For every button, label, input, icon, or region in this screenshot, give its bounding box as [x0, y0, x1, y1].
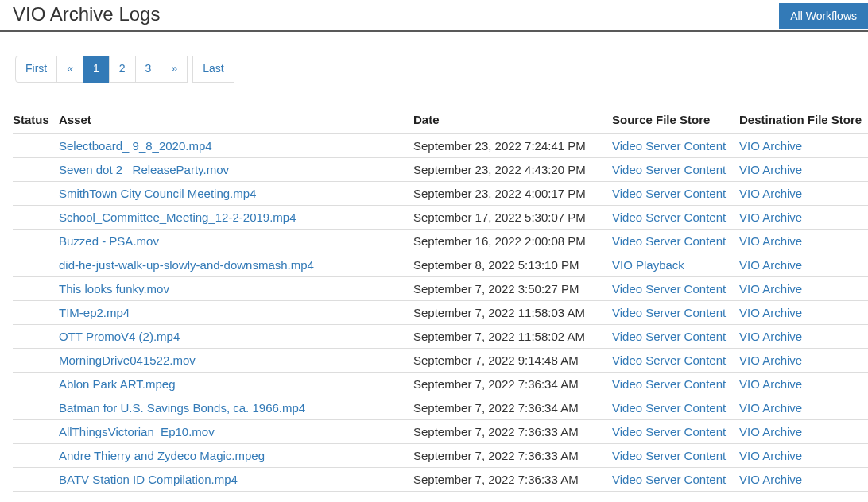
pagination-first[interactable]: First	[15, 56, 57, 83]
source-link[interactable]: Video Server Content	[612, 210, 726, 224]
source-link[interactable]: Video Server Content	[612, 234, 726, 248]
cell-source: Video Server Content	[612, 181, 739, 205]
cell-asset: OTT PromoV4 (2).mp4	[59, 324, 413, 348]
table-row: Andre Thierry and Zydeco Magic.mpegSepte…	[13, 443, 868, 467]
pagination-page-2[interactable]: 2	[109, 56, 136, 83]
column-status[interactable]: Status	[13, 106, 59, 133]
cell-asset: MorningDrive041522.mov	[59, 348, 413, 372]
cell-asset: Seven dot 2 _ReleaseParty.mov	[59, 157, 413, 181]
cell-source: Video Server Content	[612, 443, 739, 467]
pagination-page-3[interactable]: 3	[135, 56, 162, 83]
table-row: BATV Station ID Compilation.mp4September…	[13, 467, 868, 491]
table-row: AllThingsVictorian_Ep10.movSeptember 7, …	[13, 419, 868, 443]
cell-destination: VIO Archive	[739, 443, 868, 467]
pagination-next[interactable]: »	[161, 56, 188, 83]
cell-destination: VIO Archive	[739, 205, 868, 229]
cell-date: September 7, 2022 7:36:33 AM	[413, 443, 612, 467]
source-link[interactable]: Video Server Content	[612, 377, 726, 391]
source-link[interactable]: Video Server Content	[612, 473, 726, 486]
destination-link[interactable]: VIO Archive	[739, 473, 802, 486]
table-row: SmithTown City Council Meeting.mp4Septem…	[13, 181, 868, 205]
source-link[interactable]: Video Server Content	[612, 306, 726, 319]
asset-link[interactable]: MorningDrive041522.mov	[59, 353, 196, 367]
source-link[interactable]: Video Server Content	[612, 187, 726, 200]
destination-link[interactable]: VIO Archive	[739, 449, 802, 462]
cell-status	[13, 419, 59, 443]
cell-destination: VIO Archive	[739, 229, 868, 253]
cell-status	[13, 467, 59, 491]
column-asset[interactable]: Asset	[59, 106, 413, 133]
cell-date: September 7, 2022 7:36:33 AM	[413, 467, 612, 491]
source-link[interactable]: Video Server Content	[612, 330, 726, 343]
cell-status	[13, 300, 59, 324]
cell-date: September 7, 2022 7:36:34 AM	[413, 396, 612, 419]
cell-asset: BATV Station ID Compilation.mp4	[59, 467, 413, 491]
destination-link[interactable]: VIO Archive	[739, 187, 802, 200]
asset-link[interactable]: AllThingsVictorian_Ep10.mov	[59, 425, 215, 438]
source-link[interactable]: Video Server Content	[612, 425, 726, 438]
asset-link[interactable]: SmithTown City Council Meeting.mp4	[59, 187, 256, 200]
source-link[interactable]: VIO Playback	[612, 258, 684, 272]
cell-asset: Batman for U.S. Savings Bonds, ca. 1966.…	[59, 396, 413, 419]
asset-link[interactable]: did-he-just-walk-up-slowly-and-downsmash…	[59, 258, 314, 272]
source-link[interactable]: Video Server Content	[612, 282, 726, 295]
table-row: Seven dot 2 _ReleaseParty.movSeptember 2…	[13, 157, 868, 181]
destination-link[interactable]: VIO Archive	[739, 377, 802, 391]
cell-source: Video Server Content	[612, 324, 739, 348]
destination-link[interactable]: VIO Archive	[739, 306, 802, 319]
source-link[interactable]: Video Server Content	[612, 163, 726, 176]
cell-asset: Selectboard_ 9_8_2020.mp4	[59, 133, 413, 158]
cell-asset: Buzzed - PSA.mov	[59, 229, 413, 253]
pagination-prev[interactable]: «	[56, 56, 83, 83]
pagination-page-1: 1	[83, 56, 110, 83]
destination-link[interactable]: VIO Archive	[739, 163, 802, 176]
pagination-last[interactable]: Last	[192, 56, 234, 83]
cell-destination: VIO Archive	[739, 253, 868, 276]
asset-link[interactable]: BATV Station ID Compilation.mp4	[59, 473, 238, 486]
asset-link[interactable]: Seven dot 2 _ReleaseParty.mov	[59, 163, 229, 176]
source-link[interactable]: Video Server Content	[612, 353, 726, 367]
cell-source: Video Server Content	[612, 467, 739, 491]
destination-link[interactable]: VIO Archive	[739, 425, 802, 438]
cell-status	[13, 133, 59, 158]
destination-link[interactable]: VIO Archive	[739, 282, 802, 295]
destination-link[interactable]: VIO Archive	[739, 401, 802, 415]
destination-link[interactable]: VIO Archive	[739, 210, 802, 224]
asset-link[interactable]: Andre Thierry and Zydeco Magic.mpeg	[59, 449, 265, 462]
destination-link[interactable]: VIO Archive	[739, 353, 802, 367]
asset-link[interactable]: OTT PromoV4 (2).mp4	[59, 330, 180, 343]
cell-date: September 7, 2022 11:58:03 AM	[413, 300, 612, 324]
asset-link[interactable]: School_Committee_Meeting_12-2-2019.mp4	[59, 210, 296, 224]
cell-status	[13, 205, 59, 229]
column-date[interactable]: Date	[413, 106, 612, 133]
cell-date: September 7, 2022 3:50:27 PM	[413, 276, 612, 300]
destination-link[interactable]: VIO Archive	[739, 234, 802, 248]
cell-source: Video Server Content	[612, 372, 739, 396]
asset-link[interactable]: Buzzed - PSA.mov	[59, 234, 159, 248]
cell-destination: VIO Archive	[739, 133, 868, 158]
asset-link[interactable]: This looks funky.mov	[59, 282, 169, 295]
all-workflows-button[interactable]: All Workflows	[779, 3, 868, 29]
source-link[interactable]: Video Server Content	[612, 139, 726, 153]
asset-link[interactable]: Ablon Park ART.mpeg	[59, 377, 175, 391]
destination-link[interactable]: VIO Archive	[739, 258, 802, 272]
cell-status	[13, 396, 59, 419]
destination-link[interactable]: VIO Archive	[739, 330, 802, 343]
cell-destination: VIO Archive	[739, 372, 868, 396]
cell-date: September 7, 2022 9:14:48 AM	[413, 348, 612, 372]
cell-date: September 23, 2022 7:24:41 PM	[413, 133, 612, 158]
source-link[interactable]: Video Server Content	[612, 449, 726, 462]
cell-date: September 7, 2022 11:58:02 AM	[413, 324, 612, 348]
cell-asset: This looks funky.mov	[59, 276, 413, 300]
asset-link[interactable]: Selectboard_ 9_8_2020.mp4	[59, 139, 212, 153]
cell-status	[13, 443, 59, 467]
archive-logs-table: Status Asset Date Source File Store Dest…	[13, 106, 868, 492]
asset-link[interactable]: Batman for U.S. Savings Bonds, ca. 1966.…	[59, 401, 305, 415]
column-source[interactable]: Source File Store	[612, 106, 739, 133]
destination-link[interactable]: VIO Archive	[739, 139, 802, 153]
cell-destination: VIO Archive	[739, 300, 868, 324]
column-destination[interactable]: Destination File Store	[739, 106, 868, 133]
cell-destination: VIO Archive	[739, 181, 868, 205]
source-link[interactable]: Video Server Content	[612, 401, 726, 415]
asset-link[interactable]: TIM-ep2.mp4	[59, 306, 130, 319]
